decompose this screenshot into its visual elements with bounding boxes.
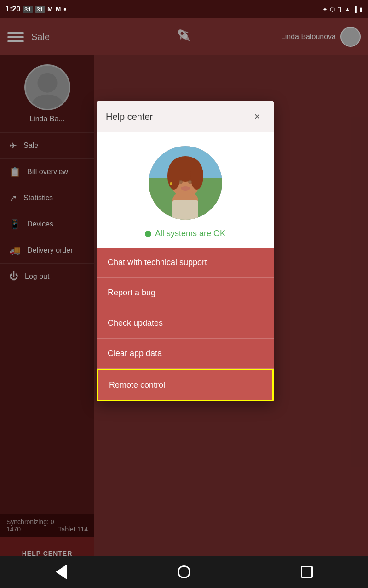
clear-app-data-label: Clear app data — [108, 349, 162, 358]
remote-control-button[interactable]: Remote control — [97, 369, 274, 401]
remote-control-label: Remote control — [109, 380, 165, 390]
svg-point-16 — [179, 180, 183, 184]
chat-support-button[interactable]: Chat with technical support — [97, 248, 274, 278]
status-text: All systems are OK — [155, 229, 225, 238]
help-center-modal: Help center × — [97, 101, 274, 401]
modal-close-button[interactable]: × — [250, 109, 264, 124]
report-bug-button[interactable]: Report a bug — [97, 278, 274, 308]
battery-saver-icon: ⬡ — [330, 6, 335, 13]
status-bar-left: 1:20 31 31 M M • — [6, 5, 67, 14]
status-bar-right: ✦ ⬡ ⇅ ▲ ▐ ▮ — [322, 6, 362, 13]
status-dot — [145, 231, 151, 237]
modal-header: Help center × — [97, 101, 274, 132]
modal-body: All systems are OK — [97, 132, 274, 248]
signal-arrows-icon: ⇅ — [337, 6, 342, 13]
status-bar: 1:20 31 31 M M • ✦ ⬡ ⇅ ▲ ▐ ▮ — [0, 0, 368, 18]
svg-point-17 — [188, 180, 192, 184]
calendar-icon-2: 31 — [35, 6, 45, 13]
dot-indicator: • — [63, 5, 66, 14]
status-indicator: All systems are OK — [145, 229, 225, 238]
report-bug-label: Report a bug — [108, 288, 155, 298]
mail-icon-1: M — [47, 6, 53, 13]
svg-point-15 — [190, 162, 203, 190]
mail-icon-2: M — [56, 6, 61, 13]
check-updates-label: Check updates — [108, 318, 163, 328]
action-list: Chat with technical support Report a bug… — [97, 248, 274, 401]
back-icon — [56, 565, 67, 579]
support-avatar — [149, 146, 222, 220]
time-display: 1:20 — [6, 5, 20, 13]
check-updates-button[interactable]: Check updates — [97, 308, 274, 339]
home-icon — [178, 565, 190, 578]
battery-icon: ▮ — [359, 6, 362, 13]
cellular-icon: ▐ — [353, 6, 357, 13]
chat-support-label: Chat with technical support — [108, 258, 207, 267]
calendar-icon-1: 31 — [23, 6, 32, 13]
home-button[interactable] — [170, 563, 198, 581]
clear-app-data-button[interactable]: Clear app data — [97, 339, 274, 369]
wifi-icon: ▲ — [345, 6, 351, 13]
svg-point-18 — [181, 186, 190, 191]
bluetooth-icon: ✦ — [322, 6, 328, 13]
modal-title: Help center — [106, 112, 153, 122]
svg-rect-21 — [172, 200, 198, 220]
svg-point-14 — [167, 162, 180, 190]
svg-point-19 — [170, 182, 172, 185]
navigation-bar — [0, 556, 368, 588]
back-button[interactable] — [47, 563, 75, 581]
recents-icon — [301, 566, 313, 578]
recents-button[interactable] — [293, 563, 321, 581]
